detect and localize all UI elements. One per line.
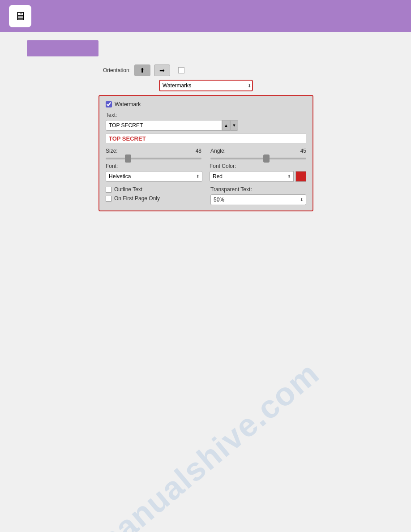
checkboxes-row: Outline Text On First Page Only Transpar… xyxy=(106,186,306,205)
app-icon-glyph: 🖥 xyxy=(14,9,26,23)
size-value: 48 xyxy=(196,148,201,154)
watermark-preview: TOP SECRET xyxy=(106,133,306,143)
header-bar: 🖥 xyxy=(0,0,411,32)
text-field-label: Text: xyxy=(106,112,306,118)
landscape-icon: ➡ xyxy=(159,67,165,74)
font-color-select[interactable]: Red xyxy=(210,171,294,182)
font-color-label: Font Color: xyxy=(210,163,306,169)
outline-text-row: Outline Text xyxy=(106,186,201,193)
watermark-checkbox-label: Watermark xyxy=(115,101,141,107)
dialog-container: Orientation: ⬆ ➡ Watermarks Watermark Te… xyxy=(98,64,313,211)
transparent-text-label: Transparent Text: xyxy=(210,186,306,193)
size-block: Size: 48 xyxy=(106,148,201,159)
size-slider-thumb[interactable] xyxy=(125,154,131,163)
text-stepper-down[interactable]: ▼ xyxy=(230,120,238,131)
font-select-wrapper: Helvetica xyxy=(106,171,202,182)
preview-text: TOP SECRET xyxy=(109,135,146,142)
font-row: Font: Helvetica Font Color: Red xyxy=(106,163,306,182)
outline-text-checkbox[interactable] xyxy=(106,187,111,193)
angle-block: Angle: 45 xyxy=(210,148,306,159)
orientation-checkbox[interactable] xyxy=(178,67,184,73)
app-icon: 🖥 xyxy=(9,5,31,27)
portrait-icon: ⬆ xyxy=(140,67,145,74)
text-stepper-up[interactable]: ▲ xyxy=(222,120,230,131)
outline-text-label: Outline Text xyxy=(114,186,142,193)
font-color-row: Red xyxy=(210,171,306,182)
angle-header: Angle: 45 xyxy=(210,148,306,154)
size-angle-row: Size: 48 Angle: 45 xyxy=(106,148,306,159)
font-label: Font: xyxy=(106,163,202,169)
size-header: Size: 48 xyxy=(106,148,201,154)
angle-slider-thumb[interactable] xyxy=(263,154,270,163)
first-page-checkbox[interactable] xyxy=(106,196,111,202)
font-color-block: Font Color: Red xyxy=(210,163,306,182)
first-page-row: On First Page Only xyxy=(106,195,201,202)
transparent-select-wrapper: 50% xyxy=(210,194,306,205)
watermarks-select[interactable]: Watermarks xyxy=(159,80,253,91)
first-page-label: On First Page Only xyxy=(114,195,160,202)
left-checks: Outline Text On First Page Only xyxy=(106,186,201,205)
label-box xyxy=(27,40,98,56)
watermark-text-select[interactable]: TOP SECRET xyxy=(106,120,222,131)
transparent-select[interactable]: 50% xyxy=(210,194,306,205)
watermarks-row: Watermarks xyxy=(98,80,313,91)
color-swatch[interactable] xyxy=(295,171,306,182)
watermark-panel: Watermark Text: TOP SECRET ▲ ▼ TOP SECRE… xyxy=(98,95,313,211)
text-dropdown-row: TOP SECRET ▲ ▼ xyxy=(106,120,306,131)
orientation-landscape-btn[interactable]: ➡ xyxy=(154,64,170,76)
size-label: Size: xyxy=(106,148,118,154)
angle-value: 45 xyxy=(300,148,306,154)
size-slider-track xyxy=(106,158,201,159)
watermark-overlay-text: manualshive.com xyxy=(85,355,326,532)
angle-label: Angle: xyxy=(210,148,226,154)
watermarks-select-wrapper: Watermarks xyxy=(159,80,253,91)
font-block: Font: Helvetica xyxy=(106,163,202,182)
watermark-checkbox[interactable] xyxy=(106,101,112,107)
font-color-select-wrapper: Red xyxy=(210,171,294,182)
angle-slider-track xyxy=(210,158,306,159)
font-select[interactable]: Helvetica xyxy=(106,171,202,182)
watermark-checkbox-row: Watermark xyxy=(106,101,306,107)
orientation-row: Orientation: ⬆ ➡ xyxy=(98,64,313,76)
right-checks: Transparent Text: 50% xyxy=(210,186,306,205)
orientation-label: Orientation: xyxy=(103,67,131,73)
orientation-portrait-btn[interactable]: ⬆ xyxy=(134,64,150,76)
